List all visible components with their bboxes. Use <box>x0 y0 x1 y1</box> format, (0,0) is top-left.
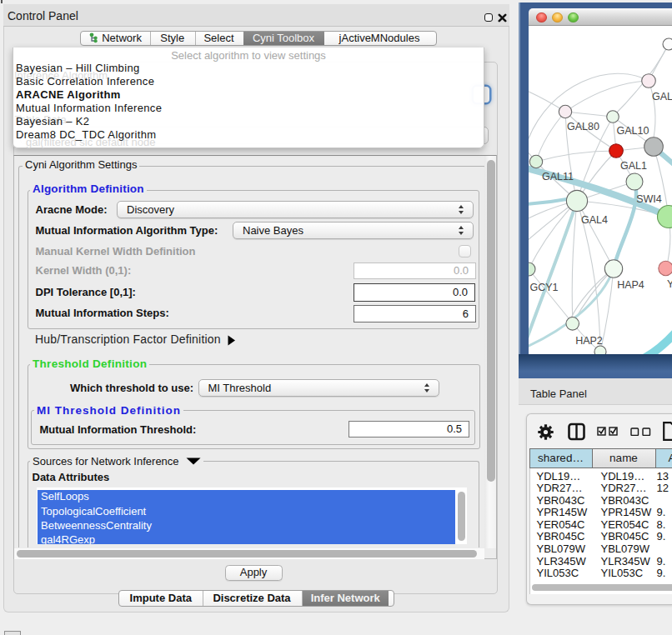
svg-text:GAL80: GAL80 <box>567 121 599 132</box>
svg-text:GAL10: GAL10 <box>617 125 649 137</box>
svg-text:GAL2: GAL2 <box>652 91 672 102</box>
svg-text:SWI4: SWI4 <box>636 193 662 205</box>
svg-text:GAL11: GAL11 <box>542 171 574 182</box>
svg-text:GAL1: GAL1 <box>620 160 647 172</box>
svg-text:HAP4: HAP4 <box>617 279 644 291</box>
svg-text:Y: Y <box>667 278 672 290</box>
svg-text:GCY1: GCY1 <box>529 282 558 293</box>
svg-text:HAP2: HAP2 <box>575 335 603 347</box>
svg-text:GAL4: GAL4 <box>581 214 608 226</box>
